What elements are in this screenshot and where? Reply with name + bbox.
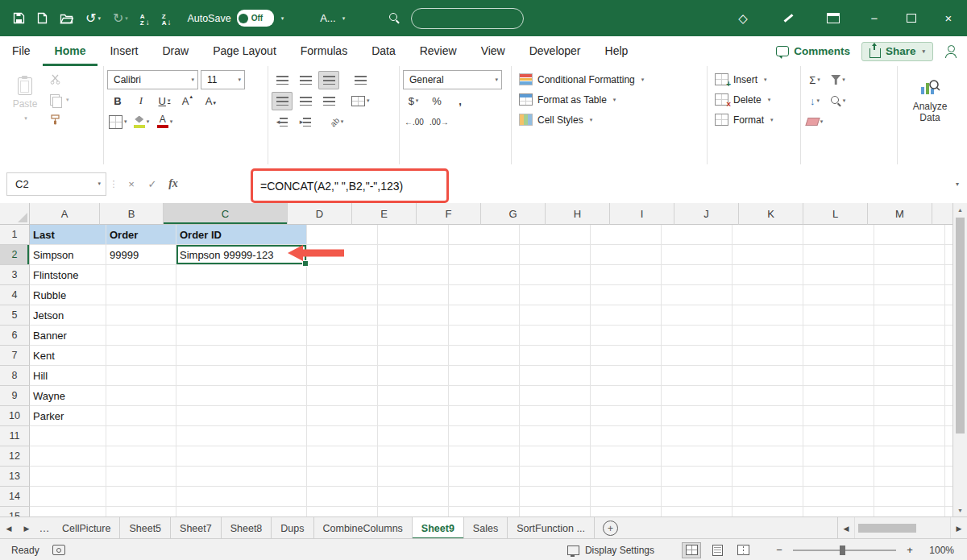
cell-I10[interactable] [662, 406, 733, 426]
row-header-5[interactable]: 5 [0, 305, 30, 326]
row-header-8[interactable]: 8 [0, 366, 30, 386]
cell-K2[interactable] [803, 245, 874, 265]
autosave-switch[interactable]: Off [237, 10, 274, 27]
cell-H3[interactable] [591, 265, 662, 285]
cell-H13[interactable] [591, 467, 662, 487]
sort-filter-button[interactable]: ▾ [828, 71, 849, 89]
cell-C6[interactable] [176, 326, 307, 346]
scroll-left-button[interactable]: ◀ [838, 517, 855, 539]
zoom-in-button[interactable]: + [904, 544, 915, 556]
ribbon-tab-help[interactable]: Help [593, 36, 641, 66]
cell-I4[interactable] [662, 285, 733, 305]
italic-button[interactable]: I [131, 92, 151, 110]
cell-C1[interactable]: Order ID [176, 225, 307, 245]
cell-B4[interactable] [106, 285, 176, 305]
cell-C7[interactable] [176, 346, 307, 366]
cell-F1[interactable] [449, 225, 520, 245]
cell-B5[interactable] [106, 305, 176, 326]
ribbon-tab-view[interactable]: View [469, 36, 517, 66]
cell-D12[interactable] [307, 446, 378, 467]
cell-I11[interactable] [662, 426, 733, 446]
cancel-entry-button[interactable]: × [121, 178, 142, 190]
row-header-4[interactable]: 4 [0, 285, 30, 305]
ribbon-tab-home[interactable]: Home [43, 36, 98, 66]
cell-D15[interactable] [307, 507, 378, 516]
cell-K10[interactable] [803, 406, 874, 426]
cell-H12[interactable] [591, 446, 662, 467]
cell-H6[interactable] [591, 326, 662, 346]
increase-font-size-button[interactable]: A▲ [177, 92, 198, 110]
cell-I1[interactable] [662, 225, 733, 245]
insert-cells-button[interactable]: + Insert ▾ [711, 69, 798, 89]
save-button[interactable] [13, 10, 25, 27]
confirm-entry-button[interactable]: ✓ [142, 178, 163, 190]
ribbon-display-options-button[interactable] [811, 0, 856, 36]
column-header-E[interactable]: E [352, 203, 417, 225]
zoom-slider-thumb[interactable] [840, 545, 845, 555]
clear-button[interactable]: ▾ [804, 113, 825, 131]
cell-B8[interactable] [106, 366, 176, 386]
autosum-button[interactable]: Σ▾ [804, 71, 825, 89]
open-button[interactable] [60, 10, 73, 27]
align-right-button[interactable] [318, 92, 339, 110]
row-header-15[interactable]: 15 [0, 507, 30, 516]
sort-ascending-button[interactable]: AZ ↓ [140, 10, 150, 27]
page-break-view-button[interactable] [733, 542, 753, 558]
cell-D3[interactable] [307, 265, 378, 285]
cell-L9[interactable] [874, 386, 945, 406]
cell-F8[interactable] [449, 366, 520, 386]
ribbon-tab-review[interactable]: Review [408, 36, 469, 66]
formula-bar-splitter[interactable]: ⋮ [106, 179, 121, 189]
cell-K11[interactable] [803, 426, 874, 446]
top-align-button[interactable] [272, 71, 293, 89]
cell-D1[interactable] [307, 225, 378, 245]
cell-A8[interactable]: Hill [30, 366, 106, 386]
cell-G9[interactable] [520, 386, 591, 406]
cell-A2[interactable]: Simpson [30, 245, 106, 265]
column-header-L[interactable]: L [803, 203, 868, 225]
cell-K7[interactable] [803, 346, 874, 366]
decrease-font-size-button[interactable]: A▼ [201, 92, 222, 110]
cell-A9[interactable]: Wayne [30, 386, 106, 406]
minimize-button[interactable]: − [856, 0, 893, 36]
bold-button[interactable]: B [107, 92, 128, 110]
row-header-1[interactable]: 1 [0, 225, 30, 245]
cell-J5[interactable] [733, 305, 803, 326]
number-format-combo[interactable]: General ▾ [403, 70, 502, 89]
cell-B14[interactable] [106, 487, 176, 507]
comments-button[interactable]: Comments [776, 45, 850, 57]
cell-K8[interactable] [803, 366, 874, 386]
format-painter-button[interactable] [47, 110, 73, 130]
cell-I2[interactable] [662, 245, 733, 265]
share-button[interactable]: Share ▾ [861, 42, 933, 61]
cell-C13[interactable] [176, 467, 307, 487]
row-header-14[interactable]: 14 [0, 487, 30, 507]
column-header-G[interactable]: G [481, 203, 546, 225]
scroll-up-button[interactable]: ▲ [953, 203, 967, 216]
cell-D5[interactable] [307, 305, 378, 326]
row-header-9[interactable]: 9 [0, 386, 30, 406]
sheet-tab-sheet9[interactable]: Sheet9 [413, 517, 464, 539]
cell-C11[interactable] [176, 426, 307, 446]
middle-align-button[interactable] [295, 71, 316, 89]
cell-H11[interactable] [591, 426, 662, 446]
cell-B12[interactable] [106, 446, 176, 467]
cell-L14[interactable] [874, 487, 945, 507]
sheet-tab-combinecolumns[interactable]: CombineColumns [314, 517, 413, 539]
cell-D6[interactable] [307, 326, 378, 346]
center-button[interactable] [295, 92, 316, 110]
column-header-A[interactable]: A [30, 203, 100, 225]
cell-J9[interactable] [733, 386, 803, 406]
cell-D4[interactable] [307, 285, 378, 305]
zoom-slider[interactable] [793, 550, 896, 551]
cell-J3[interactable] [733, 265, 803, 285]
cell-B7[interactable] [106, 346, 176, 366]
cell-J7[interactable] [733, 346, 803, 366]
cell-K1[interactable] [803, 225, 874, 245]
name-box[interactable]: C2 ▾ [6, 172, 106, 196]
workbook-name[interactable]: A... ▾ [320, 12, 345, 24]
cell-B15[interactable] [106, 507, 176, 516]
ribbon-tab-formulas[interactable]: Formulas [288, 36, 359, 66]
cell-E3[interactable] [378, 265, 449, 285]
close-button[interactable]: × [930, 0, 967, 36]
